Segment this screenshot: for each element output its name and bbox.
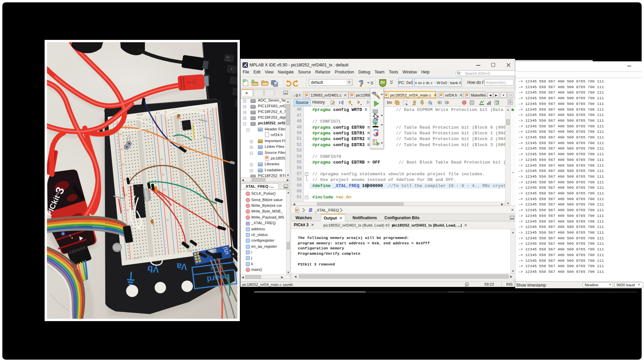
svg-text:DV: DV (380, 81, 385, 84)
svg-text:40: 40 (163, 188, 166, 191)
svg-text:_XTAL_FREQ: _XTAL_FREQ (314, 208, 339, 212)
svg-text:Va: Va (176, 261, 187, 272)
svg-text:30: 30 (166, 219, 169, 222)
svg-text:45: 45 (162, 173, 164, 176)
svg-text:55: 55 (120, 148, 123, 151)
svg-text:50: 50 (160, 158, 163, 161)
svg-text:40: 40 (125, 193, 127, 196)
svg-text:n: n (498, 101, 499, 103)
svg-text:45: 45 (123, 179, 126, 181)
svg-text:35: 35 (126, 209, 129, 212)
svg-text:1: 1 (466, 283, 468, 286)
svg-text:60: 60 (119, 133, 121, 136)
svg-text:C: C (296, 209, 298, 211)
svg-text:50: 50 (122, 163, 124, 166)
